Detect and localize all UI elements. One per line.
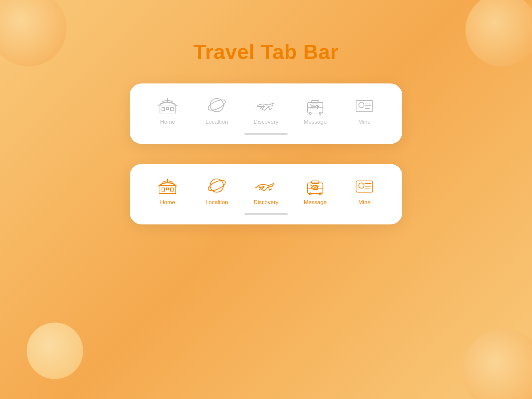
home-icon — [156, 95, 179, 115]
page-title: Travel Tab Bar — [194, 40, 339, 64]
tab-location-label-active: Localtion — [205, 199, 228, 206]
tab-home-label-active: Home — [160, 199, 175, 206]
tab-mine-inactive[interactable]: Mine — [340, 95, 389, 125]
tab-bar-items-active: Home Localtion — [143, 176, 389, 206]
location-icon — [205, 95, 228, 115]
tab-message-active[interactable]: Message — [291, 176, 340, 206]
tab-location-label-inactive: Localtion — [205, 119, 228, 125]
mine-icon-active — [353, 176, 376, 196]
tab-bar-items-inactive: Home Localtion — [143, 95, 389, 125]
tab-discovery-inactive[interactable]: Discovery — [241, 95, 291, 125]
tab-mine-active[interactable]: Mine — [340, 176, 389, 206]
svg-point-38 — [359, 183, 364, 188]
svg-rect-1 — [162, 107, 165, 111]
mine-icon — [353, 95, 376, 115]
tab-mine-label-active: Mine — [358, 199, 371, 206]
message-icon — [304, 95, 327, 115]
tab-home-label-inactive: Home — [160, 119, 175, 125]
svg-rect-2 — [167, 107, 169, 109]
decorative-circle-bottomleft — [27, 323, 83, 379]
svg-rect-3 — [171, 107, 173, 111]
svg-point-28 — [207, 178, 227, 193]
svg-point-27 — [210, 179, 223, 192]
svg-rect-24 — [171, 188, 173, 191]
decorative-circle-topright — [466, 0, 532, 66]
location-icon-active — [205, 176, 228, 196]
svg-point-17 — [359, 102, 364, 108]
tab-discovery-label-active: Discovery — [254, 199, 279, 206]
tab-message-label-active: Message — [304, 199, 327, 206]
decorative-circle-bottomright — [462, 329, 532, 399]
tab-location-active[interactable]: Localtion — [192, 176, 241, 206]
tab-location-inactive[interactable]: Localtion — [192, 95, 241, 125]
svg-rect-23 — [167, 188, 169, 190]
message-icon-active — [304, 176, 327, 196]
tab-discovery-label-inactive: Discovery — [254, 119, 279, 125]
svg-rect-22 — [162, 188, 165, 191]
svg-point-7 — [207, 98, 227, 112]
scroll-indicator-1 — [244, 133, 288, 135]
tab-discovery-active[interactable]: Discovery — [241, 176, 291, 206]
scroll-indicator-2 — [244, 213, 288, 215]
discovery-icon-active — [254, 176, 278, 196]
tab-message-label-inactive: Message — [304, 119, 327, 125]
tab-home-active[interactable]: Home — [143, 176, 192, 206]
home-icon-active — [156, 176, 179, 196]
tab-mine-label-inactive: Mine — [358, 119, 371, 125]
tab-message-inactive[interactable]: Message — [291, 95, 340, 125]
discovery-icon — [254, 95, 278, 115]
decorative-circle-topleft — [0, 0, 66, 66]
tab-home-inactive[interactable]: Home — [143, 95, 192, 125]
svg-point-6 — [210, 98, 223, 112]
tab-bar-active: Home Localtion — [130, 164, 402, 224]
tab-bar-inactive: Home Localtion — [130, 83, 402, 144]
